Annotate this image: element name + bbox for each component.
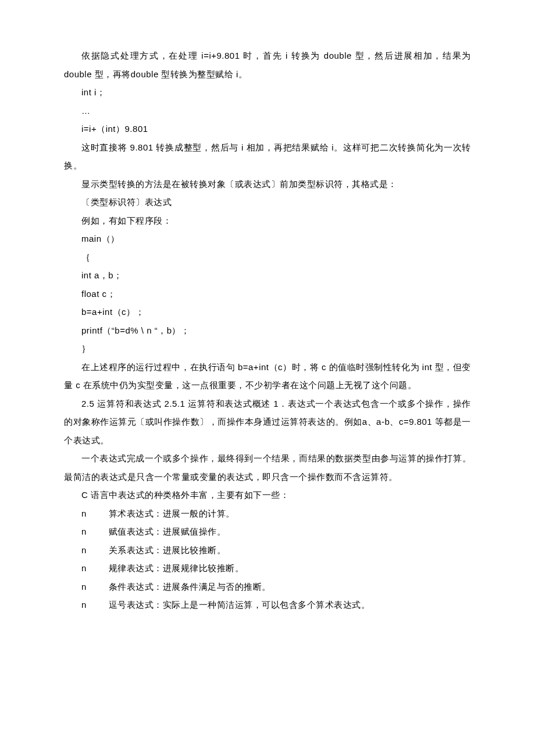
paragraph-direct-cast: 这时直接将 9.801 转换成整型，然后与 i 相加，再把结果赋给 i。这样可把… xyxy=(64,138,471,175)
list-item: n算术表达式：进展一般的计算。 xyxy=(64,504,471,523)
code-brace-close: ｝ xyxy=(64,339,471,358)
code-brace-open: ｛ xyxy=(64,248,471,267)
bullet-icon: n xyxy=(81,578,109,596)
list-item: n关系表达式：进展比较推断。 xyxy=(64,541,471,560)
list-item: n条件表达式：进展条件满足与否的推断。 xyxy=(64,578,471,596)
list-item-text: 关系表达式：进展比较推断。 xyxy=(109,545,226,555)
list-item: n赋值表达式：进展赋值操作。 xyxy=(64,522,471,541)
bullet-icon: n xyxy=(81,559,109,578)
bullet-icon: n xyxy=(81,522,109,541)
code-ellipsis: … xyxy=(64,102,471,120)
code-float-c: float c； xyxy=(64,285,471,303)
bullet-icon: n xyxy=(81,504,109,523)
list-item-text: 逗号表达式：实际上是一种简洁运算，可以包含多个算术表达式。 xyxy=(109,600,370,610)
list-item-text: 赋值表达式：进展赋值操作。 xyxy=(109,526,226,536)
code-int-i: int i； xyxy=(64,83,471,102)
list-item: n规律表达式：进展规律比较推断。 xyxy=(64,559,471,578)
list-item-text: 条件表达式：进展条件满足与否的推断。 xyxy=(109,582,271,592)
code-printf: printf（“b=d% \ n “，b）； xyxy=(64,321,471,340)
list-item-text: 规律表达式：进展规律比较推断。 xyxy=(109,563,244,573)
bullet-icon: n xyxy=(81,541,109,560)
paragraph-implicit-conversion: 依据隐式处理方式，在处理 i=i+9.801 时，首先 i 转换为 double… xyxy=(64,46,471,83)
paragraph-run-explain: 在上述程序的运行过程中，在执行语句 b=a+int（c）时，将 c 的值临时强制… xyxy=(64,358,471,395)
paragraph-expr-result: 一个表达式完成一个或多个操作，最终得到一个结果，而结果的数据类型由参与运算的操作… xyxy=(64,449,471,486)
paragraph-cast-format: 显示类型转换的方法是在被转换对象〔或表达式〕前加类型标识符，其格式是： xyxy=(64,175,471,194)
paragraph-section-2-5: 2.5 运算符和表达式 2.5.1 运算符和表达式概述 1．表达式一个表达式包含… xyxy=(64,395,471,450)
paragraph-expr-types-intro: C 语言中表达式的种类格外丰富，主要有如下一些： xyxy=(64,486,471,504)
code-main: main（） xyxy=(64,230,471,248)
list-item-text: 算术表达式：进展一般的计算。 xyxy=(109,508,235,518)
bullet-icon: n xyxy=(81,596,109,614)
code-cast-expr: i=i+（int）9.801 xyxy=(64,120,471,138)
code-b-assign: b=a+int（c）； xyxy=(64,303,471,321)
code-cast-format: 〔类型标识符〕表达式 xyxy=(64,193,471,212)
list-item: n逗号表达式：实际上是一种简洁运算，可以包含多个算术表达式。 xyxy=(64,596,471,614)
paragraph-example-intro: 例如，有如下程序段： xyxy=(64,212,471,230)
code-int-ab: int a，b； xyxy=(64,266,471,285)
